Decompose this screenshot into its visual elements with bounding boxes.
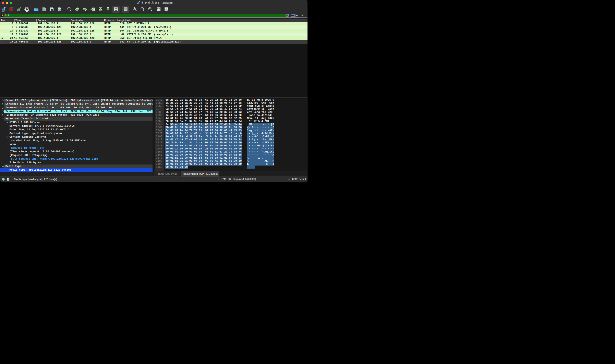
svg-text:2: 2	[165, 10, 166, 11]
svg-text:0110: 0110	[43, 10, 45, 11]
svg-text:3: 3	[167, 10, 168, 11]
svg-text:1: 1	[166, 8, 167, 9]
